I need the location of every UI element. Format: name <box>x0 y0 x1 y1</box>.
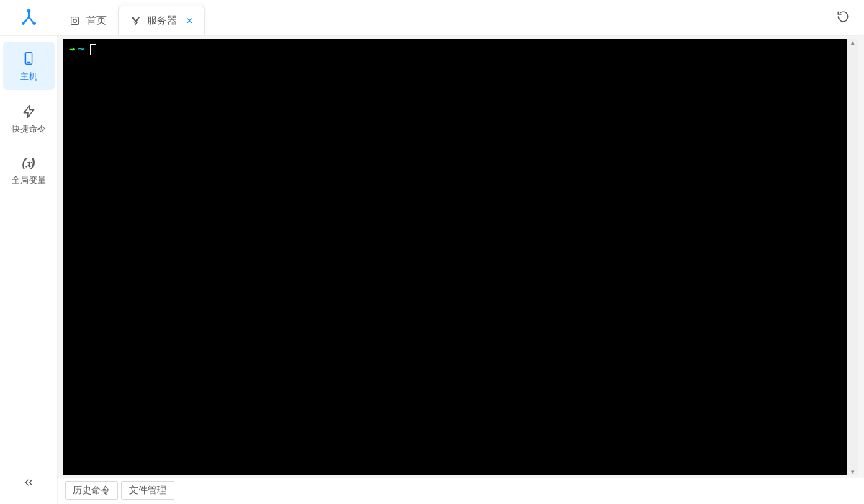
svg-rect-3 <box>71 17 79 24</box>
terminal[interactable]: ➜ ~ <box>63 39 847 475</box>
chevron-double-left-icon <box>22 476 35 489</box>
bottom-tab-file-manager[interactable]: 文件管理 <box>121 481 174 500</box>
prompt-path: ~ <box>78 44 84 55</box>
variable-icon: (𝑥) <box>22 157 35 170</box>
svg-point-1 <box>22 22 24 24</box>
svg-point-0 <box>28 9 30 12</box>
sidebar-item-label: 主机 <box>20 71 37 83</box>
sidebar-item-label: 全局变量 <box>12 174 46 186</box>
terminal-container: ➜ ~ <box>63 39 858 475</box>
host-icon <box>21 50 37 66</box>
tab-label: 首页 <box>86 14 107 27</box>
content-area: ➜ ~ 历史命令 文件管理 <box>58 36 864 504</box>
bottom-panel-tabs: 历史命令 文件管理 <box>58 478 864 504</box>
app-logo-icon <box>19 9 38 27</box>
top-bar-right <box>822 10 864 25</box>
refresh-icon[interactable] <box>837 10 850 25</box>
terminal-cursor <box>90 44 96 55</box>
sidebar-item-host[interactable]: 主机 <box>3 42 55 90</box>
close-icon[interactable]: ✕ <box>186 17 193 25</box>
svg-point-4 <box>73 19 76 22</box>
sidebar-item-global-var[interactable]: (𝑥) 全局变量 <box>3 148 55 194</box>
collapse-sidebar-button[interactable] <box>22 476 35 504</box>
server-v-icon <box>130 16 141 27</box>
sidebar-item-label: 快捷命令 <box>12 123 46 135</box>
tab-label: 服务器 <box>147 14 177 27</box>
bolt-icon <box>22 104 36 119</box>
sidebar: 主机 快捷命令 (𝑥) 全局变量 <box>0 36 58 504</box>
sidebar-item-quick-cmd[interactable]: 快捷命令 <box>3 96 55 143</box>
svg-marker-7 <box>24 106 33 118</box>
svg-point-2 <box>33 22 35 24</box>
terminal-prompt-line: ➜ ~ <box>69 43 841 55</box>
bottom-tab-history[interactable]: 历史命令 <box>65 481 118 500</box>
tab-home[interactable]: 首页 <box>58 6 118 35</box>
logo-area <box>0 9 58 27</box>
top-bar: 首页 服务器 ✕ <box>0 0 864 36</box>
tab-bar: 首页 服务器 ✕ <box>58 0 822 35</box>
main-area: 主机 快捷命令 (𝑥) 全局变量 ➜ ~ <box>0 36 864 504</box>
tab-server[interactable]: 服务器 ✕ <box>118 6 205 35</box>
scrollbar-vertical[interactable] <box>847 39 858 475</box>
home-icon <box>69 15 81 27</box>
prompt-arrow: ➜ <box>69 43 75 55</box>
